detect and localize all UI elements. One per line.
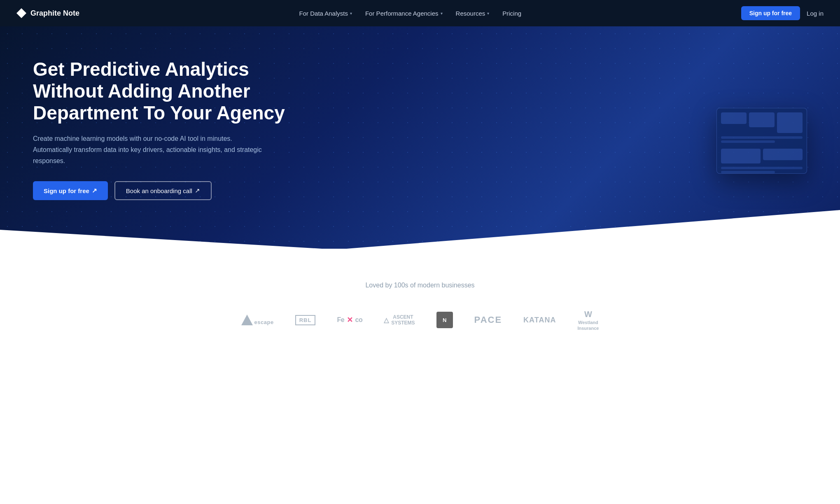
nav-pricing[interactable]: Pricing	[502, 10, 521, 17]
dashboard-line	[721, 171, 775, 173]
nav-signup-button[interactable]: Sign up for free	[741, 6, 800, 20]
nav-actions: Sign up for free Log in	[741, 6, 824, 20]
mountain-icon	[241, 315, 253, 325]
loved-text: Loved by 100s of modern businesses	[16, 282, 824, 289]
navbar: Graphite Note For Data Analysts ▾ For Pe…	[0, 0, 840, 26]
arrow-icon: ↗	[92, 187, 97, 194]
dashboard-line	[721, 140, 775, 143]
dashboard-block	[721, 112, 747, 124]
dashboard-block	[763, 149, 803, 160]
chevron-down-icon: ▾	[441, 11, 443, 16]
nav-links: For Data Analysts ▾ For Performance Agen…	[299, 10, 522, 17]
nav-resources[interactable]: Resources ▾	[456, 10, 490, 17]
chevron-down-icon: ▾	[350, 11, 352, 16]
logo-notch: N	[436, 312, 453, 328]
arrow-icon: ↗	[195, 187, 200, 194]
chevron-down-icon: ▾	[487, 11, 489, 16]
logo-rbl: RBL	[295, 315, 316, 325]
dashboard-line	[721, 136, 803, 139]
hero-title: Get Predictive Analytics Without Adding …	[33, 58, 313, 124]
logo-westland: W WestlandInsurance	[577, 309, 599, 331]
nav-performance-agencies[interactable]: For Performance Agencies ▾	[365, 10, 443, 17]
hero-subtitle: Create machine learning models with our …	[33, 133, 272, 167]
hero-buttons: Sign up for free ↗ Book an onboarding ca…	[33, 181, 313, 200]
logo-diamond-icon	[16, 8, 26, 18]
hero-section: Get Predictive Analytics Without Adding …	[0, 26, 840, 249]
nav-data-analysts[interactable]: For Data Analysts ▾	[299, 10, 352, 17]
logo-pace: PACE	[474, 315, 502, 325]
hero-dashboard-preview	[716, 108, 807, 174]
dashboard-block	[749, 112, 775, 127]
logo[interactable]: Graphite Note	[16, 8, 79, 18]
logos-row: escape RBL Fe✕co △ ASCENTSYSTEMS N PACE …	[16, 309, 824, 331]
logo-escape: escape	[241, 315, 274, 325]
social-proof-section: Loved by 100s of modern businesses escap…	[0, 249, 840, 356]
logo-katana: KATANA	[523, 316, 556, 324]
hero-content: Get Predictive Analytics Without Adding …	[33, 58, 313, 200]
hero-signup-button[interactable]: Sign up for free ↗	[33, 181, 108, 200]
logo-ascent: △ ASCENTSYSTEMS	[384, 314, 415, 326]
dashboard-block	[721, 149, 761, 163]
nav-login-button[interactable]: Log in	[807, 10, 824, 17]
dashboard-line	[721, 167, 803, 169]
triangle-icon: △	[384, 316, 389, 324]
logo-text: Graphite Note	[30, 9, 79, 18]
dashboard-block	[777, 112, 803, 133]
hero-onboard-button[interactable]: Book an onboarding call ↗	[114, 181, 212, 200]
logo-fexco: Fe✕co	[337, 315, 362, 324]
